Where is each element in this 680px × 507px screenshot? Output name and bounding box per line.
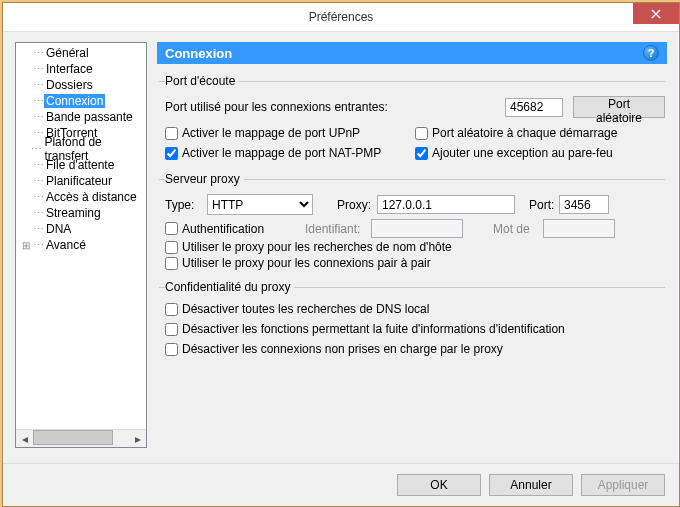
proxy-port-label: Port:: [529, 198, 559, 212]
apply-button[interactable]: Appliquer: [581, 474, 665, 496]
sidebar-item[interactable]: ⊞⋯Avancé: [16, 237, 146, 253]
proxy-user-label: Identifiant:: [305, 222, 371, 236]
sidebar-item-label: Général: [44, 46, 91, 60]
sidebar-item[interactable]: ⋯Interface: [16, 61, 146, 77]
tree-branch-icon: ⋯: [32, 207, 44, 220]
sidebar-item[interactable]: ⋯Bande passante: [16, 109, 146, 125]
ok-button[interactable]: OK: [397, 474, 481, 496]
privacy-leak-checkbox[interactable]: Désactiver les fonctions permettant la f…: [165, 322, 665, 336]
tree-branch-icon: ⋯: [32, 175, 44, 188]
tree-branch-icon: ⋯: [32, 95, 44, 108]
panel-header: Connexion ?: [157, 42, 667, 64]
sidebar-item-label: Accès à distance: [44, 190, 139, 204]
sidebar-item-label: Interface: [44, 62, 95, 76]
proxy-server-group: Serveur proxy Type: HTTP Proxy: Port: Au…: [159, 172, 665, 272]
main-panel: Connexion ? Port d'écoute Port utilisé p…: [157, 42, 667, 452]
sidebar-item[interactable]: ⋯Streaming: [16, 205, 146, 221]
close-button[interactable]: [633, 3, 679, 24]
sidebar-item-label: Connexion: [44, 94, 105, 108]
incoming-port-field[interactable]: [505, 98, 563, 117]
footer: OK Annuler Appliquer: [3, 463, 679, 506]
sidebar-item-label: DNA: [44, 222, 73, 236]
window-title: Préférences: [3, 10, 679, 24]
proxy-user-field: [371, 219, 463, 238]
proxy-port-field[interactable]: [559, 195, 609, 214]
sidebar-item[interactable]: ⋯Dossiers: [16, 77, 146, 93]
privacy-unsupported-checkbox[interactable]: Désactiver les connexions non prises en …: [165, 342, 665, 356]
sidebar-item[interactable]: ⋯Connexion: [16, 93, 146, 109]
proxy-pass-field: [543, 219, 615, 238]
proxy-privacy-legend: Confidentialité du proxy: [165, 280, 294, 294]
proxy-host-field[interactable]: [377, 195, 515, 214]
tree-branch-icon: ⋯: [32, 239, 44, 252]
cancel-button[interactable]: Annuler: [489, 474, 573, 496]
panel-title: Connexion: [165, 46, 232, 61]
sidebar-item-label: Dossiers: [44, 78, 95, 92]
scroll-track[interactable]: [33, 430, 129, 447]
scroll-thumb[interactable]: [33, 430, 113, 445]
sidebar-scrollbar[interactable]: ◂ ▸: [16, 429, 146, 447]
sidebar-item[interactable]: ⋯Plafond de transfert: [16, 141, 146, 157]
preferences-window: Préférences ⋯Général⋯Interface⋯Dossiers⋯…: [2, 2, 680, 507]
sidebar-item[interactable]: ⋯Général: [16, 45, 146, 61]
proxy-privacy-group: Confidentialité du proxy Désactiver tout…: [159, 280, 665, 358]
tree-branch-icon: ⋯: [32, 223, 44, 236]
help-icon[interactable]: ?: [643, 45, 659, 61]
proxy-p2p-checkbox[interactable]: Utiliser le proxy pour les connexions pa…: [165, 256, 665, 270]
tree-branch-icon: ⋯: [32, 47, 44, 60]
tree-branch-icon: ⋯: [31, 143, 42, 156]
tree-branch-icon: ⋯: [32, 63, 44, 76]
privacy-dns-checkbox[interactable]: Désactiver toutes les recherches de DNS …: [165, 302, 665, 316]
category-tree[interactable]: ⋯Général⋯Interface⋯Dossiers⋯Connexion⋯Ba…: [16, 43, 146, 429]
proxy-auth-checkbox[interactable]: Authentification: [165, 222, 305, 236]
close-icon: [651, 9, 661, 19]
incoming-port-label: Port utilisé pour les connexions entrant…: [165, 100, 505, 114]
sidebar-item[interactable]: ⋯Planificateur: [16, 173, 146, 189]
proxy-type-label: Type:: [165, 198, 207, 212]
titlebar: Préférences: [3, 3, 679, 32]
tree-branch-icon: ⋯: [32, 191, 44, 204]
proxy-host-label: Proxy:: [337, 198, 377, 212]
tree-branch-icon: ⋯: [32, 159, 44, 172]
proxy-pass-label: Mot de: [493, 222, 543, 236]
tree-branch-icon: ⋯: [32, 79, 44, 92]
sidebar-item-label: Avancé: [44, 238, 88, 252]
sidebar-item-label: File d'attente: [44, 158, 116, 172]
upnp-checkbox[interactable]: Activer le mappage de port UPnP: [165, 126, 360, 140]
scroll-left-icon[interactable]: ◂: [16, 430, 33, 447]
random-port-button[interactable]: Port aléatoire: [573, 96, 665, 118]
tree-branch-icon: ⋯: [32, 111, 44, 124]
proxy-hostlookup-checkbox[interactable]: Utiliser le proxy pour les recherches de…: [165, 240, 665, 254]
sidebar-item[interactable]: ⋯DNA: [16, 221, 146, 237]
sidebar-item-label: Bande passante: [44, 110, 135, 124]
sidebar-item[interactable]: ⋯Accès à distance: [16, 189, 146, 205]
listening-port-group: Port d'écoute Port utilisé pour les conn…: [159, 74, 665, 164]
sidebar: ⋯Général⋯Interface⋯Dossiers⋯Connexion⋯Ba…: [15, 42, 147, 448]
proxy-type-select[interactable]: HTTP: [207, 194, 313, 215]
firewall-checkbox[interactable]: Ajouter une exception au pare-feu: [415, 146, 613, 160]
random-start-checkbox[interactable]: Port aléatoire à chaque démarrage: [415, 126, 617, 140]
natpmp-checkbox[interactable]: Activer le mappage de port NAT-PMP: [165, 146, 381, 160]
listening-port-legend: Port d'écoute: [165, 74, 239, 88]
sidebar-item-label: Planificateur: [44, 174, 114, 188]
expand-icon[interactable]: ⊞: [20, 240, 32, 251]
scroll-right-icon[interactable]: ▸: [129, 430, 146, 447]
proxy-server-legend: Serveur proxy: [165, 172, 244, 186]
sidebar-item-label: Streaming: [44, 206, 103, 220]
